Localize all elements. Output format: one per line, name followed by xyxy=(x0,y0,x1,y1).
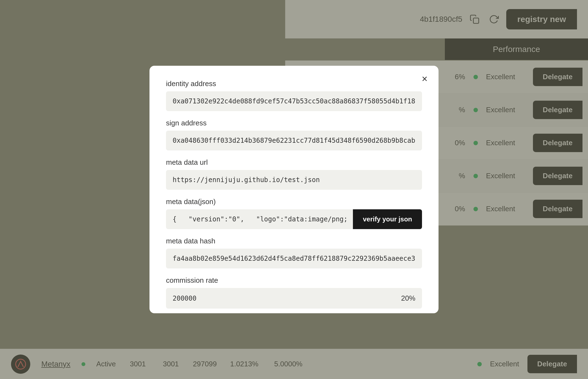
commission-pct-display: 20% xyxy=(401,294,415,303)
meta-data-hash-group: meta data hash xyxy=(166,237,422,268)
identity-address-label: identity address xyxy=(166,79,422,88)
meta-data-json-row: verify your json xyxy=(166,209,422,229)
meta-data-json-group: meta data(json) verify your json xyxy=(166,197,422,229)
close-button[interactable]: × xyxy=(422,74,428,84)
sign-address-input[interactable] xyxy=(166,131,422,150)
commission-value-input[interactable] xyxy=(173,295,401,302)
meta-data-json-input[interactable] xyxy=(166,209,353,229)
modal-overlay: × identity address sign address meta dat… xyxy=(0,0,588,379)
sign-address-group: sign address xyxy=(166,119,422,150)
commission-rate-label: commission rate xyxy=(166,276,422,285)
meta-data-json-label: meta data(json) xyxy=(166,197,422,206)
sign-address-label: sign address xyxy=(166,119,422,127)
meta-data-hash-input[interactable] xyxy=(166,249,422,268)
meta-data-url-input[interactable] xyxy=(166,170,422,190)
meta-data-url-label: meta data url xyxy=(166,158,422,167)
identity-address-group: identity address xyxy=(166,79,422,111)
verify-json-button[interactable]: verify your json xyxy=(353,209,422,229)
registry-modal: × identity address sign address meta dat… xyxy=(149,66,439,313)
meta-data-hash-label: meta data hash xyxy=(166,237,422,245)
meta-data-url-group: meta data url xyxy=(166,158,422,190)
identity-address-input[interactable] xyxy=(166,91,422,111)
commission-rate-group: commission rate 20% xyxy=(166,276,422,309)
commission-row: 20% xyxy=(166,288,422,309)
